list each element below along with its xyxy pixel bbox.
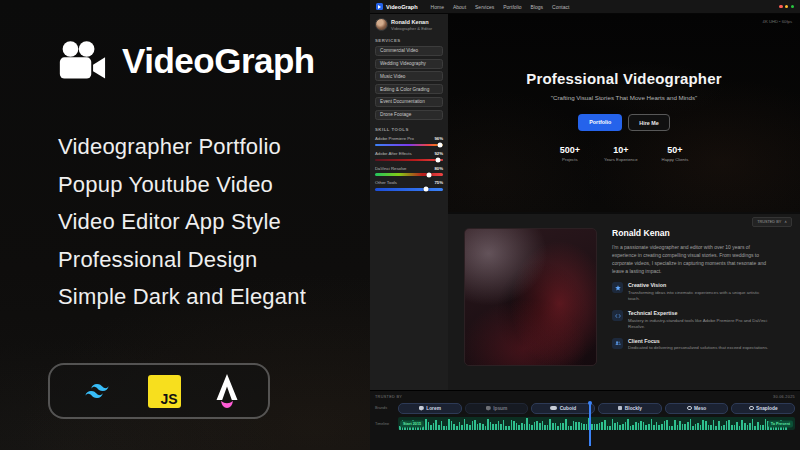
service-item-music-video[interactable]: Music Video [375,71,443,81]
window-dot-red[interactable] [779,5,782,8]
skill-percent: 96% [434,136,443,141]
ring-icon [749,406,754,411]
brand-chip-blockly[interactable]: Blockly [598,403,662,414]
stat-projects: 500+ Projects [560,145,580,162]
left-panel: VideoGraph Videographer Portfolio Popup … [0,0,370,450]
hero-stats: 500+ Projects 10+ Years Experience 50+ H… [560,145,689,162]
slider-thumb[interactable] [438,143,443,148]
hero-subtitle: "Crafting Visual Stories That Move Heart… [551,94,698,101]
skill-name: Adobe Premiere Pro [375,136,414,141]
window-controls [779,5,794,8]
site-brand[interactable]: VideoGraph [386,4,418,10]
nav-link-services[interactable]: Services [475,4,494,10]
feature-item: Simple Dark and Elegant [58,278,306,316]
feature-title: Creative Vision [628,282,770,288]
about-feature-creative-vision: Creative Vision Transforming ideas into … [612,282,770,303]
skill-slider[interactable] [375,188,443,191]
skill-name: DaVinci Resolve [375,166,406,171]
strip-date: 30.06.2025 [773,395,795,399]
brand-chip-snaplode[interactable]: Snaplode [731,403,795,414]
site-sidebar: Ronald Kenan Videographer & Editor SERVI… [370,14,448,390]
promo-canvas: VideoGraph Videographer Portfolio Popup … [0,0,800,450]
brand-chip-meso[interactable]: Meso [665,403,729,414]
service-item-wedding-videography[interactable]: Wedding Videography [375,59,443,69]
skill-slider[interactable] [375,144,443,147]
js-label: JS [160,391,177,407]
brand-chip-cuboid[interactable]: Cuboid [531,403,595,414]
trusted-by-label: TRUSTED BY [757,220,781,224]
brand-chip-lorem[interactable]: Lorem [398,403,462,414]
brand-name: Blockly [625,406,642,411]
feature-desc: Transforming ideas into cinematic experi… [628,290,770,303]
nav-link-contact[interactable]: Contact [552,4,569,10]
stat-clients: 50+ Happy Clients [662,145,689,162]
playhead[interactable] [589,403,591,446]
skills-label: SKILL TOOLS [375,127,443,132]
nav-link-home[interactable]: Home [431,4,444,10]
service-item-commercial-video[interactable]: Commercial Video [375,46,443,56]
service-item-event-documentation[interactable]: Event Documentation [375,97,443,107]
nav-link-about[interactable]: About [453,4,466,10]
waveform[interactable] [398,417,795,430]
site-logo-icon[interactable] [376,3,383,10]
profile-name: Ronald Kenan [391,19,432,25]
website-preview: VideoGraph Home About Services Portfolio… [370,0,800,450]
timeline-row-label: Timeline [375,422,398,426]
service-item-editing-color-grading[interactable]: Editing & Color Grading [375,84,443,94]
window-dot-yellow[interactable] [785,5,788,8]
hero-title: Professional Videographer [526,70,722,87]
oval-icon [550,406,557,410]
slider-thumb[interactable] [427,172,432,177]
nav-link-portfolio[interactable]: Portfolio [503,4,521,10]
skill-percent: 92% [434,151,443,156]
profile-role: Videographer & Editor [391,26,432,31]
skill-other-tools: Other Tools 75% [375,180,443,190]
feature-title: Client Focus [628,338,768,344]
nav-link-blogs[interactable]: Blogs [531,4,544,10]
hexagon-icon [419,406,424,411]
ring-icon [687,406,692,411]
logo: VideoGraph [58,40,315,82]
nav-links: Home About Services Portfolio Blogs Cont… [431,4,570,10]
video-camera-icon [58,40,106,82]
users-icon [612,338,623,349]
hire-me-button[interactable]: Hire Me [628,114,669,131]
skill-percent: 75% [434,180,443,185]
astro-icon [211,373,243,409]
stat-label: Years Experience [604,157,638,162]
stat-label: Happy Clients [662,157,689,162]
logo-text: VideoGraph [122,41,315,81]
brands-row: Brands Lorem Ipsum Cuboid Blockly Meso S… [375,403,795,414]
avatar [375,18,388,31]
slider-thumb[interactable] [424,187,429,192]
feature-title: Technical Expertise [628,310,770,316]
hero-section: 4K UHD • 60fps Professional Videographer… [448,14,800,212]
star-icon [612,282,623,293]
tailwindcss-icon [76,377,118,405]
about-heading: Ronald Kenan [612,228,770,238]
slider-thumb[interactable] [435,157,440,162]
skill-slider[interactable] [375,159,443,162]
portfolio-button[interactable]: Portfolio [578,114,622,131]
about-section: TRUSTED BY ∧ Ronald Kenan I'm a passiona… [448,212,800,390]
site-main: 4K UHD • 60fps Professional Videographer… [448,14,800,390]
square-icon [618,406,623,411]
strip-trusted-label: TRUSTED BY [375,395,402,399]
about-feature-technical-expertise: Technical Expertise Mastery in industry-… [612,310,770,331]
timeline-end-badge: To Present [768,420,793,427]
trusted-by-toggle[interactable]: TRUSTED BY ∧ [752,217,792,227]
brand-chip-ipsum[interactable]: Ipsum [465,403,529,414]
about-paragraph: I'm a passionate videographer and editor… [612,243,770,275]
skill-name: Other Tools [375,180,397,185]
profile-card: Ronald Kenan Videographer & Editor [375,18,443,31]
feature-item: Popup Youtube Video [58,166,306,204]
service-item-drone-footage[interactable]: Drone Footage [375,110,443,120]
javascript-icon: JS [148,375,181,408]
skill-name: Adobe After Effects [375,151,412,156]
about-feature-client-focus: Client Focus Dedicated to delivering per… [612,338,770,352]
stat-label: Projects [560,157,580,162]
window-dot-green[interactable] [791,5,794,8]
brand-name: Lorem [426,406,441,411]
timeline-row: Timeline Start 2015 To Present [375,417,795,430]
skill-slider[interactable] [375,173,443,176]
